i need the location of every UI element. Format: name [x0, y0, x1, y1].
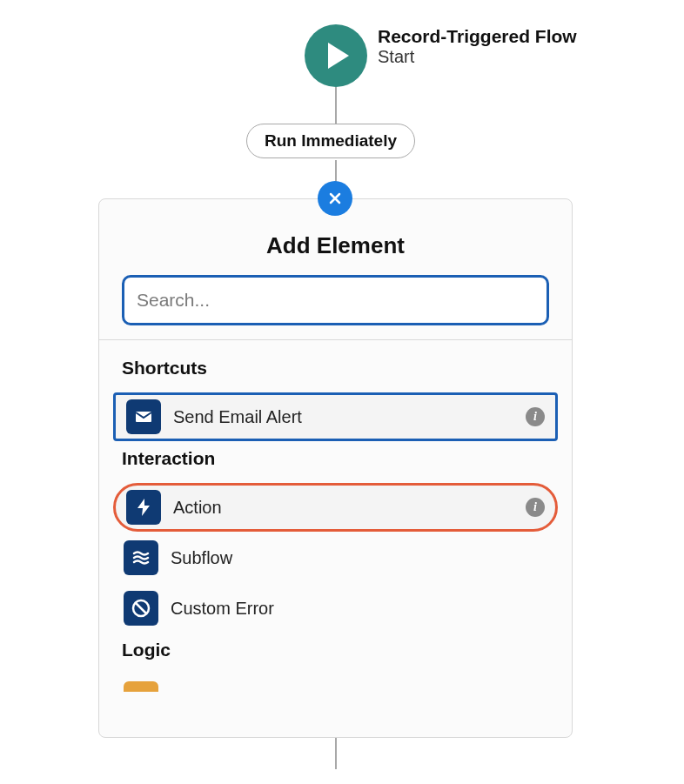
flow-title-block: Record-Triggered Flow Start	[378, 24, 577, 67]
svg-line-2	[136, 603, 146, 613]
search-input[interactable]	[122, 275, 549, 325]
element-action[interactable]: Action i	[113, 483, 558, 532]
connector-line	[335, 87, 337, 124]
add-element-panel: Add Element Shortcuts Send Email Alert i…	[98, 198, 573, 738]
flow-subtitle: Start	[378, 47, 577, 67]
element-custom-error[interactable]: Custom Error	[113, 584, 558, 633]
element-label: Send Email Alert	[173, 407, 513, 427]
element-list[interactable]: Shortcuts Send Email Alert i Interaction…	[99, 339, 572, 727]
section-label-logic: Logic	[113, 634, 558, 673]
section-label-interaction: Interaction	[113, 443, 558, 481]
envelope-icon	[126, 399, 161, 434]
close-button[interactable]	[318, 181, 352, 216]
info-icon[interactable]: i	[526, 407, 545, 426]
element-label: Subflow	[171, 548, 547, 568]
close-icon	[326, 190, 344, 207]
element-subflow[interactable]: Subflow	[113, 533, 558, 582]
panel-title: Add Element	[99, 232, 572, 259]
subflow-icon	[124, 540, 158, 575]
section-label-shortcuts: Shortcuts	[113, 352, 558, 391]
flow-title: Record-Triggered Flow	[378, 26, 577, 47]
logic-icon	[124, 681, 158, 692]
element-send-email-alert[interactable]: Send Email Alert i	[113, 392, 558, 441]
no-entry-icon	[124, 591, 158, 626]
search-wrap	[99, 275, 572, 339]
element-label: Custom Error	[171, 599, 547, 619]
list-item[interactable]	[113, 673, 558, 692]
info-icon[interactable]: i	[526, 498, 545, 517]
flow-start-node[interactable]: Record-Triggered Flow Start	[305, 24, 577, 87]
play-icon	[305, 24, 367, 87]
lightning-icon	[126, 490, 161, 525]
element-label: Action	[173, 498, 513, 518]
run-immediately-pill[interactable]: Run Immediately	[246, 124, 415, 158]
